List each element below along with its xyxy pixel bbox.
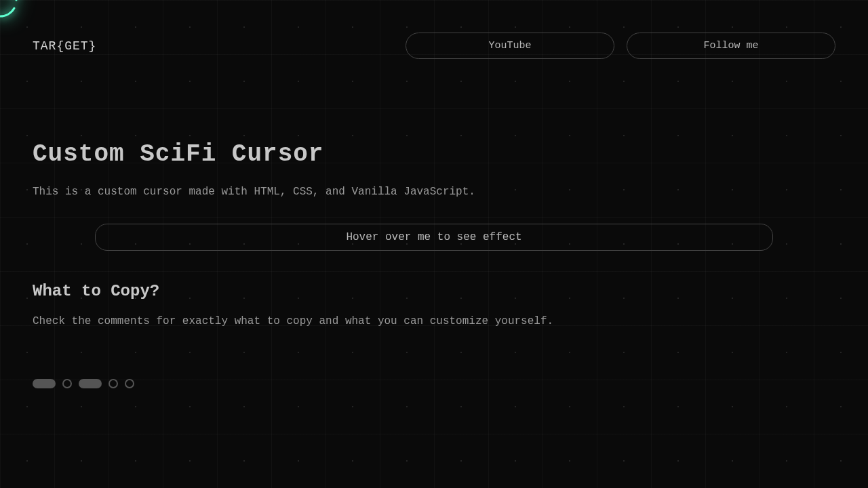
morse-decoration — [33, 379, 835, 388]
morse-dash-icon — [79, 379, 102, 388]
morse-dash-icon — [33, 379, 56, 388]
follow-button[interactable]: Follow me — [627, 33, 835, 59]
morse-dot-icon — [108, 379, 118, 388]
logo: TAR{GET} — [33, 39, 96, 53]
morse-dot-icon — [125, 379, 134, 388]
youtube-button[interactable]: YouTube — [406, 33, 614, 59]
section-subtitle: What to Copy? — [33, 282, 835, 300]
page-title: Custom SciFi Cursor — [33, 140, 835, 168]
morse-dot-icon — [62, 379, 72, 388]
header-buttons: YouTube Follow me — [406, 33, 835, 59]
hover-demo-button[interactable]: Hover over me to see effect — [95, 224, 773, 251]
section-description: Check the comments for exactly what to c… — [33, 315, 835, 327]
header: TAR{GET} YouTube Follow me — [33, 33, 835, 59]
page-description: This is a custom cursor made with HTML, … — [33, 186, 835, 198]
